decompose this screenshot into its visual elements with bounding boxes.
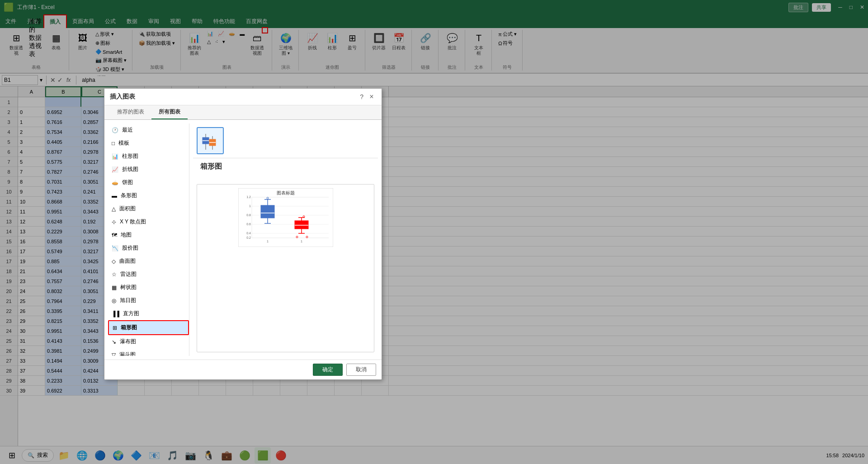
boxplot-thumb-1[interactable] — [197, 127, 224, 154]
chart-preview-svg: 图表标题 1.2 1 0.8 0.6 0.4 0.2 — [238, 188, 333, 247]
chart-type-map[interactable]: 🗺 地图 — [108, 228, 189, 241]
svg-text:0.2: 0.2 — [246, 236, 251, 239]
dialog-cancel-btn[interactable]: 取消 — [346, 364, 376, 376]
insert-chart-dialog: 插入图表 ? × 推荐的图表 所有图表 🕐 最近 □ 模板 📊 柱形图 📈 — [104, 88, 382, 380]
stock-icon: 📉 — [112, 245, 118, 251]
svg-text:1: 1 — [267, 240, 269, 243]
dialog-title-text: 插入图表 — [110, 93, 135, 101]
chart-name-section: 箱形图 — [193, 162, 378, 177]
svg-text:图表标题: 图表标题 — [277, 190, 295, 195]
pie-icon: 🥧 — [112, 180, 118, 186]
svg-text:0.4: 0.4 — [246, 232, 251, 235]
chart-preview: 图表标题 1.2 1 0.8 0.6 0.4 0.2 — [197, 184, 374, 352]
dialog-help-btn[interactable]: ? — [360, 93, 363, 100]
svg-rect-23 — [261, 205, 274, 218]
boxplot-thumb-svg — [199, 129, 222, 152]
dialog-body: 🕐 最近 □ 模板 📊 柱形图 📈 折线图 🥧 饼图 ▬ 条形图 — [104, 120, 382, 360]
chart-right-panel: 箱形图 图表标题 1.2 — [193, 123, 378, 356]
dialog-title-bar: 插入图表 ? × — [104, 89, 382, 105]
svg-text:0.8: 0.8 — [246, 213, 251, 217]
bar-icon: ▬ — [112, 193, 117, 199]
chart-type-line[interactable]: 📈 折线图 — [108, 163, 189, 176]
chart-type-list: 🕐 最近 □ 模板 📊 柱形图 📈 折线图 🥧 饼图 ▬ 条形图 — [108, 123, 189, 356]
chart-type-stock[interactable]: 📉 股价图 — [108, 241, 189, 255]
waterfall-icon: ↘ — [112, 339, 116, 345]
chart-type-funnel[interactable]: ▽ 漏斗图 — [108, 348, 189, 356]
chart-name-display: 箱形图 — [197, 162, 374, 171]
svg-text:0.6: 0.6 — [246, 223, 251, 226]
chart-type-bar[interactable]: ▬ 条形图 — [108, 189, 189, 202]
area-icon: △ — [112, 206, 116, 212]
chart-type-pie[interactable]: 🥧 饼图 — [108, 176, 189, 189]
histogram-icon: ▐▐ — [112, 311, 119, 317]
template-icon: □ — [112, 140, 115, 147]
funnel-icon: ▽ — [112, 352, 116, 356]
chart-type-treemap[interactable]: ▦ 树状图 — [108, 281, 189, 294]
chart-type-xy[interactable]: ⊹ X Y 散点图 — [108, 215, 189, 228]
svg-rect-30 — [295, 221, 308, 229]
dialog-tab-bar: 推荐的图表 所有图表 — [104, 105, 382, 120]
sunburst-icon: ◎ — [112, 298, 116, 304]
recent-icon: 🕐 — [112, 127, 118, 133]
line-icon: 📈 — [112, 166, 118, 173]
dialog-tab-all[interactable]: 所有图表 — [151, 105, 188, 119]
chart-type-column[interactable]: 📊 柱形图 — [108, 150, 189, 163]
chart-type-surface[interactable]: ◇ 曲面图 — [108, 255, 189, 268]
chart-type-template[interactable]: □ 模板 — [108, 137, 189, 150]
dialog-tab-recommended[interactable]: 推荐的图表 — [110, 105, 151, 119]
dialog-ok-btn[interactable]: 确定 — [313, 364, 343, 376]
chart-type-recent[interactable]: 🕐 最近 — [108, 123, 189, 137]
chart-type-boxplot[interactable]: ⊞ 箱形图 — [108, 320, 189, 335]
dialog-close-btn[interactable]: × — [367, 92, 376, 101]
chart-type-area[interactable]: △ 面积图 — [108, 202, 189, 215]
column-icon: 📊 — [112, 153, 118, 160]
treemap-icon: ▦ — [112, 284, 117, 291]
svg-text:1: 1 — [249, 204, 251, 208]
svg-text:1: 1 — [301, 240, 302, 243]
svg-text:1.2: 1.2 — [246, 195, 251, 199]
surface-icon: ◇ — [112, 258, 116, 265]
radar-icon: ☆ — [112, 271, 117, 278]
svg-rect-6 — [238, 188, 333, 247]
xy-icon: ⊹ — [112, 219, 116, 225]
chart-type-radar[interactable]: ☆ 雷达图 — [108, 268, 189, 281]
chart-type-waterfall[interactable]: ↘ 瀑布图 — [108, 335, 189, 348]
map-icon: 🗺 — [112, 232, 117, 238]
dialog-footer: 确定 取消 — [104, 360, 382, 379]
chart-type-sunburst[interactable]: ◎ 旭日图 — [108, 294, 189, 307]
chart-type-histogram[interactable]: ▐▐ 直方图 — [108, 307, 189, 320]
boxplot-icon: ⊞ — [113, 325, 117, 331]
chart-thumbnails — [193, 123, 378, 158]
